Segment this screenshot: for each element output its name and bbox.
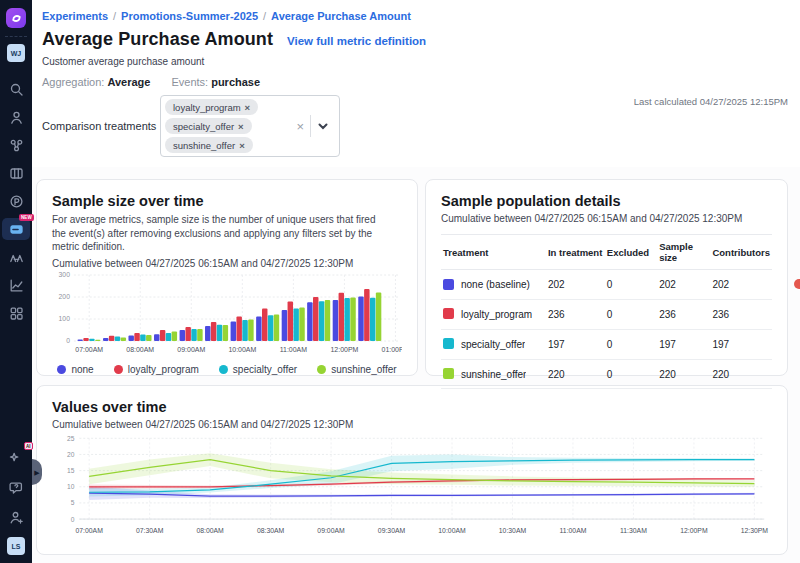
sidebar-item-feature-gates[interactable] <box>2 162 30 184</box>
sidebar-item-users[interactable] <box>2 106 30 128</box>
events-label: Events: <box>171 76 208 88</box>
sidebar-item-metrics[interactable] <box>2 274 30 296</box>
contributors-cell: 236 <box>710 299 772 329</box>
metric-subtitle: Customer average purchase amount <box>42 56 788 67</box>
legend-dot <box>317 365 326 374</box>
svg-text:10:00AM: 10:00AM <box>228 345 256 352</box>
treatment-color-swatch <box>443 338 454 349</box>
treatment-cell: none (baseline) <box>441 270 546 300</box>
table-row: specialty_offer1970197197 <box>441 329 772 359</box>
svg-text:07:00AM: 07:00AM <box>75 526 103 533</box>
svg-text:0: 0 <box>71 515 75 522</box>
workspace-badge[interactable]: WJ <box>7 44 25 62</box>
treatment-cell: loyalty_program <box>441 299 546 329</box>
in-treatment-cell: 202 <box>546 270 605 300</box>
treatment-color-swatch <box>443 308 454 319</box>
page-header: Experiments/Promotions-Summer-2025/Avera… <box>32 0 800 167</box>
legend-item[interactable]: none <box>57 364 93 375</box>
legend-item[interactable]: specialty_offer <box>219 364 297 375</box>
population-range: Cumulative between 04/27/2025 06:15AM an… <box>441 213 772 224</box>
sidebar-item-apps[interactable] <box>2 302 30 324</box>
legend-dot <box>219 365 228 374</box>
page-title: Average Purchase Amount <box>42 29 273 50</box>
line-chart-icon <box>9 278 24 293</box>
svg-text:25: 25 <box>67 435 75 442</box>
col-contributors: Contributors <box>710 235 772 270</box>
aggregation-row: Aggregation:Average Events:purchase <box>42 76 788 88</box>
app-logo[interactable] <box>6 8 26 28</box>
svg-text:07:30AM: 07:30AM <box>136 526 164 533</box>
treatment-chip[interactable]: sunshine_offer× <box>165 137 253 153</box>
svg-text:15: 15 <box>67 467 75 474</box>
grid-icon <box>9 306 24 321</box>
person-add-icon <box>9 510 24 525</box>
col-in-treatment: In treatment <box>546 235 605 270</box>
chip-remove-icon[interactable]: × <box>245 102 251 113</box>
svg-text:12:00PM: 12:00PM <box>680 526 708 533</box>
legend-item[interactable]: loyalty_program <box>114 364 199 375</box>
breadcrumb-experiments[interactable]: Experiments <box>42 10 108 22</box>
values-line-chart[interactable]: 051015202507:00AM07:30AM08:00AM08:30AM09… <box>52 430 772 546</box>
population-table: Treatment In treatment Excluded Sample s… <box>441 234 772 389</box>
treatment-chip[interactable]: specialty_offer× <box>165 118 252 134</box>
search-icon <box>9 82 24 97</box>
breadcrumb: Experiments/Promotions-Summer-2025/Avera… <box>42 10 788 22</box>
columns-icon <box>9 166 24 181</box>
aggregation-label: Aggregation: <box>42 76 104 88</box>
sample-size-cell: 202 <box>657 270 710 300</box>
values-over-time-card: Values over time Cumulative between 04/2… <box>36 385 788 555</box>
sidebar-item-search[interactable] <box>2 78 30 100</box>
svg-text:07:00AM: 07:00AM <box>75 345 103 352</box>
sidebar-item-help[interactable] <box>2 476 30 498</box>
svg-text:300: 300 <box>59 271 70 278</box>
breadcrumb-metric-name[interactable]: Average Purchase Amount <box>271 10 411 22</box>
table-row: none (baseline)2020202202 <box>441 270 772 300</box>
legend-dot <box>114 365 123 374</box>
legend-item[interactable]: sunshine_offer <box>317 364 396 375</box>
ai-badge: AI <box>24 442 34 450</box>
person-icon <box>9 110 24 125</box>
sidebar: WJ NEW AI LS <box>0 0 32 563</box>
clear-selection-icon[interactable]: × <box>290 119 310 134</box>
svg-text:08:30AM: 08:30AM <box>257 526 285 533</box>
view-metric-definition-link[interactable]: View full metric definition <box>287 35 426 47</box>
sidebar-item-experiments[interactable] <box>2 134 30 156</box>
notification-dot[interactable] <box>794 279 800 289</box>
events-value: purchase <box>211 76 260 88</box>
sample-size-bar-chart[interactable]: 010020030007:00AM08:00AM09:00AM10:00AM11… <box>52 269 402 361</box>
breadcrumb-experiment-name[interactable]: Promotions-Summer-2025 <box>121 10 258 22</box>
sidebar-item-console-active[interactable]: NEW <box>2 218 30 240</box>
comparison-treatments-label: Comparison treatments <box>42 120 160 132</box>
svg-text:10:00AM: 10:00AM <box>438 526 466 533</box>
in-treatment-cell: 220 <box>546 359 605 389</box>
svg-text:09:00AM: 09:00AM <box>177 345 205 352</box>
user-avatar[interactable]: LS <box>7 537 25 555</box>
treatment-color-swatch <box>443 279 454 290</box>
pulse-icon <box>9 194 24 209</box>
sidebar-item-invite[interactable] <box>2 506 30 528</box>
expand-arrow-icon: ▶ <box>34 469 39 476</box>
treatment-cell: specialty_offer <box>441 329 546 359</box>
sample-size-cell: 197 <box>657 329 710 359</box>
treatment-chip[interactable]: loyalty_program× <box>165 99 258 115</box>
chip-remove-icon[interactable]: × <box>239 140 245 151</box>
contributors-cell: 220 <box>710 359 772 389</box>
sidebar-item-autotune[interactable] <box>2 246 30 268</box>
sample-size-range: Cumulative between 04/27/2025 06:15AM an… <box>52 258 402 269</box>
svg-text:01:00PM: 01:00PM <box>382 345 402 352</box>
chevron-down-icon[interactable] <box>311 123 335 130</box>
svg-text:100: 100 <box>59 315 70 322</box>
chip-remove-icon[interactable]: × <box>238 121 244 132</box>
contributors-cell: 202 <box>710 270 772 300</box>
col-treatment: Treatment <box>441 235 546 270</box>
svg-text:200: 200 <box>59 293 70 300</box>
new-badge: NEW <box>19 214 34 221</box>
excluded-cell: 0 <box>605 299 657 329</box>
last-calculated-text: Last calculated 04/27/2025 12:15PM <box>634 96 788 107</box>
sidebar-item-pulse[interactable] <box>2 190 30 212</box>
treatments-multiselect[interactable]: loyalty_program×specialty_offer×sunshine… <box>160 95 340 157</box>
excluded-cell: 0 <box>605 329 657 359</box>
svg-text:09:30AM: 09:30AM <box>378 526 406 533</box>
chart-legend: noneloyalty_programspecialty_offersunshi… <box>52 364 402 375</box>
sidebar-item-ai[interactable]: AI <box>2 446 30 468</box>
